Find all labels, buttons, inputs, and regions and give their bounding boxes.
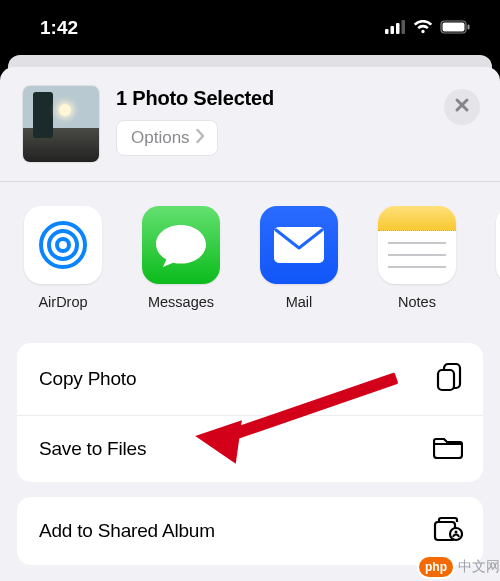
action-group-1: Copy Photo Save to Files	[17, 343, 483, 482]
airdrop-label: AirDrop	[38, 294, 87, 310]
svg-rect-2	[396, 23, 400, 34]
watermark-badge: php	[419, 557, 453, 577]
status-time: 1:42	[40, 17, 78, 39]
battery-icon	[440, 17, 470, 39]
messages-icon	[142, 206, 220, 284]
status-bar: 1:42	[0, 0, 500, 55]
folder-icon	[433, 435, 463, 463]
svg-rect-6	[468, 24, 470, 29]
copy-icon	[435, 362, 463, 396]
close-icon	[454, 97, 470, 117]
svg-point-8	[49, 231, 77, 259]
svg-rect-1	[391, 26, 395, 34]
svg-rect-11	[438, 370, 454, 390]
app-row[interactable]: AirDrop Messages Mail Notes	[0, 182, 500, 328]
messages-app[interactable]: Messages	[142, 206, 220, 310]
share-header: 1 Photo Selected Options	[0, 81, 500, 181]
mail-icon	[260, 206, 338, 284]
cellular-icon	[385, 17, 406, 39]
notes-icon	[378, 206, 456, 284]
wifi-icon	[413, 17, 433, 39]
add-to-shared-album-row[interactable]: Add to Shared Album	[17, 497, 483, 565]
chevron-right-icon	[196, 128, 205, 148]
watermark-text: 中文网	[458, 558, 500, 576]
header-main: 1 Photo Selected Options	[116, 85, 428, 156]
drive-icon	[496, 206, 500, 284]
share-sheet: 1 Photo Selected Options A	[0, 67, 500, 581]
status-right	[385, 17, 470, 39]
svg-rect-5	[443, 22, 465, 31]
messages-label: Messages	[148, 294, 214, 310]
airdrop-icon	[24, 206, 102, 284]
shared-album-icon	[433, 516, 463, 546]
mail-app[interactable]: Mail	[260, 206, 338, 310]
watermark: php 中文网	[419, 557, 500, 577]
copy-photo-label: Copy Photo	[39, 368, 136, 390]
svg-rect-0	[385, 29, 389, 34]
svg-rect-3	[402, 20, 406, 34]
action-group-2: Add to Shared Album	[17, 497, 483, 565]
selection-title: 1 Photo Selected	[116, 87, 428, 110]
svg-point-7	[57, 239, 69, 251]
add-to-shared-album-label: Add to Shared Album	[39, 520, 215, 542]
airdrop-app[interactable]: AirDrop	[24, 206, 102, 310]
save-to-files-row[interactable]: Save to Files	[17, 415, 483, 482]
mail-label: Mail	[286, 294, 313, 310]
options-button[interactable]: Options	[116, 120, 218, 156]
notes-app[interactable]: Notes	[378, 206, 456, 310]
notes-label: Notes	[398, 294, 436, 310]
drive-app-partial[interactable]	[496, 206, 500, 310]
save-to-files-label: Save to Files	[39, 438, 146, 460]
copy-photo-row[interactable]: Copy Photo	[17, 343, 483, 415]
close-button[interactable]	[444, 89, 480, 125]
photo-thumbnail[interactable]	[22, 85, 100, 163]
options-label: Options	[131, 128, 190, 148]
svg-point-14	[455, 531, 458, 534]
